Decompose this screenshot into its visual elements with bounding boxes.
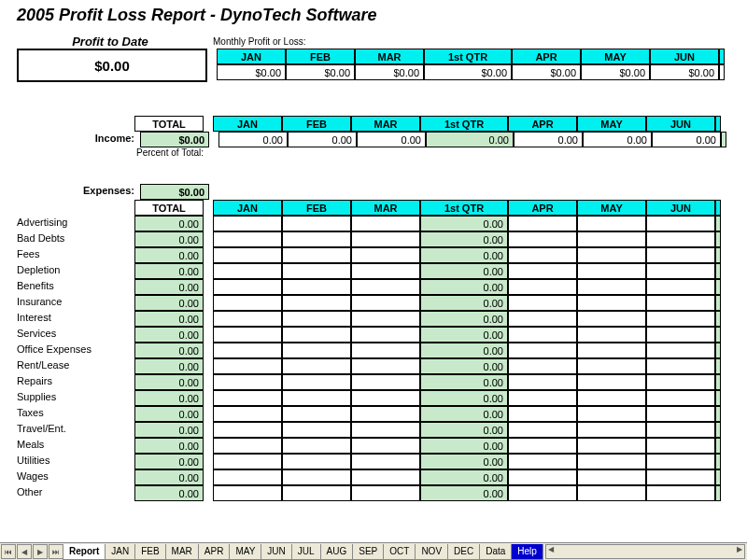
sheet-tab-data[interactable]: Data bbox=[479, 544, 512, 560]
expense-cell[interactable]: 0.00 bbox=[420, 231, 508, 247]
expense-cell[interactable] bbox=[577, 247, 646, 263]
expense-cell[interactable] bbox=[351, 311, 420, 327]
expense-cell[interactable] bbox=[351, 327, 420, 343]
expense-cell[interactable] bbox=[577, 358, 646, 374]
sheet-tab-oct[interactable]: OCT bbox=[383, 544, 416, 560]
expense-cell[interactable]: 0.00 bbox=[420, 390, 508, 406]
profit-cell[interactable]: $0.00 bbox=[424, 64, 512, 80]
expense-cell[interactable] bbox=[646, 358, 715, 374]
expense-cell[interactable] bbox=[508, 311, 577, 327]
expense-cell[interactable] bbox=[351, 295, 420, 311]
sheet-tab-jan[interactable]: JAN bbox=[105, 544, 135, 560]
expense-cell[interactable] bbox=[282, 485, 351, 501]
expense-cell[interactable] bbox=[213, 263, 282, 279]
expense-total-cell[interactable]: 0.00 bbox=[134, 311, 204, 327]
expense-total-cell[interactable]: 0.00 bbox=[134, 327, 204, 343]
expense-cell[interactable] bbox=[577, 438, 646, 454]
expense-cell[interactable]: 0.00 bbox=[420, 406, 508, 422]
tab-nav-last-icon[interactable]: ⏭ bbox=[49, 544, 63, 559]
expense-cell[interactable] bbox=[577, 343, 646, 358]
expense-cell[interactable] bbox=[577, 231, 646, 247]
expense-cell[interactable] bbox=[213, 438, 282, 454]
expense-cell[interactable] bbox=[282, 279, 351, 295]
expense-cell[interactable] bbox=[282, 438, 351, 454]
expense-cell[interactable] bbox=[282, 327, 351, 343]
expense-cell[interactable] bbox=[508, 247, 577, 263]
expense-cell[interactable] bbox=[351, 469, 420, 485]
expense-cell[interactable] bbox=[577, 469, 646, 485]
expense-total-cell[interactable]: 0.00 bbox=[134, 295, 204, 311]
sheet-tab-dec[interactable]: DEC bbox=[447, 544, 480, 560]
sheet-tab-sep[interactable]: SEP bbox=[352, 544, 384, 560]
expense-cell[interactable] bbox=[508, 327, 577, 343]
expense-total-cell[interactable]: 0.00 bbox=[134, 454, 204, 469]
expense-cell[interactable]: 0.00 bbox=[420, 279, 508, 295]
income-cell[interactable]: 0.00 bbox=[426, 132, 514, 147]
expense-cell[interactable] bbox=[282, 406, 351, 422]
expense-cell[interactable]: 0.00 bbox=[420, 295, 508, 311]
expense-cell[interactable] bbox=[351, 374, 420, 390]
expense-total-cell[interactable]: 0.00 bbox=[134, 279, 204, 295]
sheet-tab-aug[interactable]: AUG bbox=[320, 544, 354, 560]
expense-cell[interactable] bbox=[351, 390, 420, 406]
expense-cell[interactable] bbox=[351, 422, 420, 438]
expense-cell[interactable] bbox=[646, 216, 715, 231]
expense-cell[interactable] bbox=[646, 454, 715, 469]
expense-cell[interactable] bbox=[351, 247, 420, 263]
expense-cell[interactable] bbox=[351, 343, 420, 358]
expense-cell[interactable] bbox=[213, 216, 282, 231]
expense-cell[interactable] bbox=[213, 469, 282, 485]
expense-cell[interactable] bbox=[213, 295, 282, 311]
expense-cell[interactable] bbox=[646, 311, 715, 327]
expense-cell[interactable] bbox=[508, 390, 577, 406]
expense-cell[interactable] bbox=[213, 390, 282, 406]
tab-nav-prev-icon[interactable]: ◀ bbox=[17, 544, 32, 559]
expense-cell[interactable] bbox=[577, 327, 646, 343]
sheet-tab-mar[interactable]: MAR bbox=[165, 544, 199, 560]
expense-cell[interactable]: 0.00 bbox=[420, 374, 508, 390]
tab-nav-first-icon[interactable]: ⏮ bbox=[1, 544, 16, 559]
expense-cell[interactable] bbox=[282, 422, 351, 438]
expense-cell[interactable] bbox=[646, 438, 715, 454]
expense-cell[interactable]: 0.00 bbox=[420, 358, 508, 374]
sheet-tab-jun[interactable]: JUN bbox=[261, 544, 291, 560]
expense-cell[interactable] bbox=[213, 247, 282, 263]
expense-cell[interactable] bbox=[213, 358, 282, 374]
expense-total-cell[interactable]: 0.00 bbox=[134, 343, 204, 358]
expense-cell[interactable] bbox=[646, 390, 715, 406]
expense-cell[interactable] bbox=[577, 422, 646, 438]
expense-cell[interactable] bbox=[577, 390, 646, 406]
expense-cell[interactable] bbox=[282, 390, 351, 406]
expense-cell[interactable] bbox=[282, 469, 351, 485]
sheet-tab-may[interactable]: MAY bbox=[229, 544, 261, 560]
expense-total-cell[interactable]: 0.00 bbox=[134, 374, 204, 390]
expense-cell[interactable] bbox=[213, 485, 282, 501]
expense-cell[interactable] bbox=[646, 295, 715, 311]
expense-total-cell[interactable]: 0.00 bbox=[134, 406, 204, 422]
expense-cell[interactable] bbox=[646, 374, 715, 390]
expense-cell[interactable] bbox=[508, 469, 577, 485]
sheet-tab-nov[interactable]: NOV bbox=[415, 544, 448, 560]
expense-total-cell[interactable]: 0.00 bbox=[134, 358, 204, 374]
expense-cell[interactable] bbox=[577, 406, 646, 422]
expense-cell[interactable] bbox=[577, 279, 646, 295]
expense-total-cell[interactable]: 0.00 bbox=[134, 390, 204, 406]
expense-cell[interactable]: 0.00 bbox=[420, 311, 508, 327]
expense-cell[interactable] bbox=[646, 469, 715, 485]
expense-cell[interactable] bbox=[351, 438, 420, 454]
expense-cell[interactable] bbox=[351, 231, 420, 247]
expense-cell[interactable] bbox=[213, 231, 282, 247]
income-cell[interactable]: 0.00 bbox=[288, 132, 357, 147]
sheet-tab-jul[interactable]: JUL bbox=[291, 544, 321, 560]
expense-cell[interactable]: 0.00 bbox=[420, 247, 508, 263]
expense-cell[interactable] bbox=[351, 406, 420, 422]
expense-cell[interactable] bbox=[282, 295, 351, 311]
expense-cell[interactable] bbox=[351, 279, 420, 295]
expense-total-cell[interactable]: 0.00 bbox=[134, 438, 204, 454]
expense-cell[interactable] bbox=[508, 343, 577, 358]
income-cell[interactable]: 0.00 bbox=[357, 132, 426, 147]
income-cell[interactable]: 0.00 bbox=[218, 132, 288, 147]
expense-cell[interactable] bbox=[646, 231, 715, 247]
expense-cell[interactable] bbox=[646, 343, 715, 358]
expense-cell[interactable] bbox=[508, 216, 577, 231]
